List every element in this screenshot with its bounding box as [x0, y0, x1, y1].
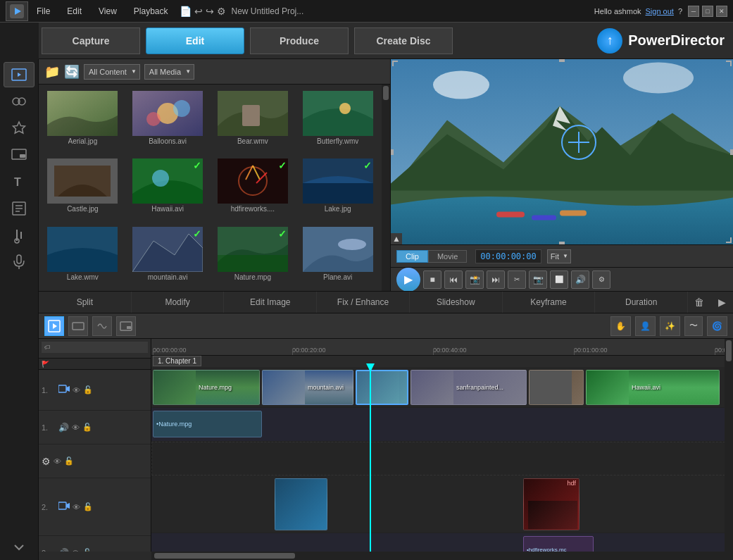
sidebar-icon-chapters[interactable]	[4, 196, 35, 221]
toolbar-icon-2[interactable]: ↩	[194, 6, 203, 17]
expand-preview-button[interactable]: ▲	[391, 233, 402, 244]
wave-tool[interactable]: 〜	[684, 316, 703, 336]
signout-link[interactable]: Sign out	[646, 7, 674, 15]
audio-nature[interactable]: •Nature.mpg	[153, 411, 262, 437]
clip-tab[interactable]: Clip	[396, 250, 428, 263]
media-item[interactable]: Lake.wmv	[42, 223, 124, 288]
menu-file[interactable]: File	[34, 5, 53, 18]
movie-tab[interactable]: Movie	[428, 250, 467, 263]
media-item[interactable]: ✓ Lake.jpg	[296, 155, 379, 220]
sidebar-icon-effects[interactable]	[4, 116, 35, 141]
tab-edit-image[interactable]: Edit Image	[224, 292, 317, 313]
produce-button[interactable]: Produce	[250, 27, 349, 54]
effects-eye[interactable]: 👁	[54, 457, 61, 466]
chapter-marker-btn[interactable]: 🏷	[44, 344, 51, 351]
aspect-button[interactable]: ⬜	[550, 270, 568, 289]
media-item[interactable]: Plane.avi	[296, 223, 379, 288]
vscroll-thumb[interactable]	[726, 340, 732, 361]
tab-keyframe[interactable]: Keyframe	[503, 292, 596, 313]
track-2a-eye[interactable]: 👁	[72, 549, 80, 552]
maximize-button[interactable]: □	[702, 6, 713, 17]
media-room-button[interactable]	[44, 316, 64, 336]
sidebar-icon-title[interactable]: T	[4, 169, 35, 194]
delete-clip-button[interactable]: 🗑	[688, 292, 710, 313]
menu-edit[interactable]: Edit	[64, 5, 84, 18]
media-item[interactable]: ✓ hdfireworks....	[212, 155, 294, 220]
sidebar-icon-transitions[interactable]	[4, 89, 35, 114]
camera-button[interactable]: 📷	[529, 270, 547, 289]
toolbar-icon-4[interactable]: ⚙	[217, 6, 226, 17]
hscroll-thumb[interactable]	[154, 553, 295, 559]
clip-fireworks-2[interactable]: hdf	[523, 478, 579, 530]
next-frame-button[interactable]: ⏭	[487, 270, 505, 289]
pip-track-button[interactable]	[116, 316, 136, 336]
tab-split[interactable]: Split	[39, 292, 132, 313]
menu-view[interactable]: View	[96, 5, 120, 18]
media-item[interactable]: ✓ Nature.mpg	[212, 223, 294, 288]
sidebar-icon-audio[interactable]	[4, 223, 35, 248]
edit-button[interactable]: Edit	[146, 27, 244, 54]
effects-lock[interactable]: 🔓	[64, 456, 74, 466]
media-item[interactable]: Butterfly.wmv	[296, 87, 379, 152]
more-options-button[interactable]: ▶	[710, 292, 733, 313]
toolbar-icon-1[interactable]: 📄	[180, 6, 192, 17]
create-disc-button[interactable]: Create Disc	[354, 27, 453, 54]
tab-modify[interactable]: Modify	[132, 292, 225, 313]
playhead[interactable]	[370, 367, 371, 552]
hand-tool[interactable]: ✋	[610, 316, 631, 336]
content-filter-dropdown[interactable]: All Content	[84, 64, 140, 80]
clip-lake-2[interactable]	[275, 478, 327, 530]
clip-selected[interactable]	[356, 370, 408, 405]
clip-hawaii[interactable]: Hawaii.avi	[586, 370, 720, 405]
sidebar-icon-expand[interactable]	[4, 535, 35, 560]
timeline-hscroll[interactable]	[151, 552, 733, 560]
track-2a-lock[interactable]: 🔓	[82, 548, 92, 552]
snapshot-button[interactable]: 📸	[465, 270, 484, 289]
media-item[interactable]: Balloons.avi	[127, 87, 209, 152]
track-1-eye[interactable]: 👁	[73, 386, 80, 394]
media-item[interactable]: Aerial.jpg	[42, 87, 124, 152]
audio-track-button[interactable]	[92, 316, 112, 336]
fit-dropdown[interactable]: Fit	[547, 249, 571, 263]
media-type-dropdown[interactable]: All Media	[144, 64, 194, 80]
stop-button[interactable]: ■	[423, 270, 441, 289]
media-item[interactable]: Castle.jpg	[42, 155, 124, 220]
minimize-button[interactable]: ─	[688, 6, 699, 17]
toolbar-icon-3[interactable]: ↪	[206, 6, 214, 17]
track-2-eye[interactable]: 👁	[73, 503, 80, 511]
close-button[interactable]: ✕	[716, 6, 727, 17]
play-button[interactable]: ▶	[396, 268, 420, 292]
audio-hdfireworks[interactable]: •hdfireworks.mc	[523, 536, 594, 552]
media-item[interactable]: ✓ Hawaii.avi	[127, 155, 209, 220]
split-button[interactable]: ✂	[508, 270, 526, 289]
magic-tool[interactable]: ✨	[660, 316, 680, 336]
capture-button[interactable]: Capture	[42, 27, 140, 54]
help-button[interactable]: ?	[678, 7, 682, 15]
timeline-content[interactable]: 00:00:00:00 00:00:20:00 00:00:40:00 00:0…	[151, 339, 725, 552]
track-1a-lock[interactable]: 🔓	[82, 423, 92, 432]
tab-fix-enhance[interactable]: Fix / Enhance	[317, 292, 410, 313]
clip-mountain[interactable]: mountain.avi	[262, 370, 353, 405]
track-1-lock[interactable]: 🔓	[83, 385, 93, 394]
timeline-vscroll[interactable]	[725, 339, 733, 552]
sidebar-icon-media[interactable]	[4, 62, 35, 87]
tab-slideshow[interactable]: Slideshow	[410, 292, 503, 313]
sidebar-icon-voiceover[interactable]	[4, 249, 35, 275]
folder-icon[interactable]: 📁	[44, 64, 60, 80]
media-scrollbar[interactable]	[382, 85, 390, 291]
media-item[interactable]: Bear.wmv	[212, 87, 294, 152]
fans-tool[interactable]: 🌀	[707, 316, 727, 336]
video-track-button[interactable]	[68, 316, 88, 336]
track-2-lock[interactable]: 🔓	[83, 502, 93, 511]
tab-duration[interactable]: Duration	[595, 292, 688, 313]
menu-playback[interactable]: Playback	[131, 5, 171, 18]
media-item[interactable]: ✓ mountain.avi	[127, 223, 209, 288]
prev-frame-button[interactable]: ⏮	[444, 270, 463, 289]
clip-nature[interactable]: Nature.mpg	[153, 370, 260, 405]
volume-button[interactable]: 🔊	[571, 270, 589, 289]
people-tool[interactable]: 👤	[635, 316, 656, 336]
sidebar-icon-pip[interactable]	[4, 142, 35, 168]
clip-sanfran[interactable]: sanfranpainted...	[411, 370, 527, 405]
refresh-icon[interactable]: 🔄	[64, 64, 80, 80]
clip-small[interactable]	[529, 370, 584, 405]
